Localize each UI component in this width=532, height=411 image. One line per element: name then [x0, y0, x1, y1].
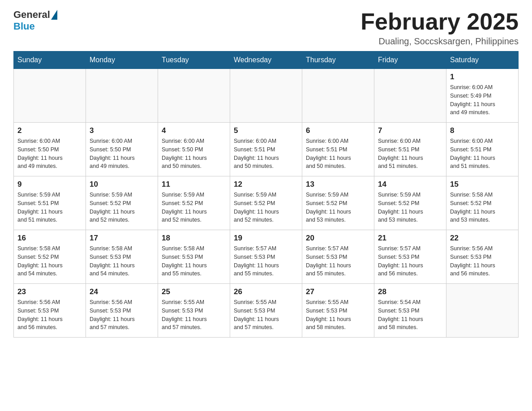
- calendar-cell: 27Sunrise: 5:55 AM Sunset: 5:53 PM Dayli…: [302, 284, 374, 338]
- day-info: Sunrise: 6:00 AM Sunset: 5:51 PM Dayligh…: [234, 137, 298, 171]
- day-number: 2: [17, 126, 82, 135]
- calendar-week-row: 9Sunrise: 5:59 AM Sunset: 5:51 PM Daylig…: [14, 176, 519, 230]
- day-number: 26: [234, 287, 298, 296]
- calendar-cell: 13Sunrise: 5:59 AM Sunset: 5:52 PM Dayli…: [302, 176, 374, 230]
- day-number: 20: [306, 234, 370, 243]
- weekday-header-thursday: Thursday: [302, 51, 374, 69]
- title-area: February 2025 Dualing, Soccsksargen, Phi…: [360, 9, 519, 47]
- weekday-header-wednesday: Wednesday: [230, 51, 302, 69]
- calendar-cell: 15Sunrise: 5:58 AM Sunset: 5:52 PM Dayli…: [446, 176, 519, 230]
- day-number: 10: [90, 180, 154, 189]
- day-number: 6: [306, 126, 370, 135]
- day-number: 27: [306, 287, 370, 296]
- day-info: Sunrise: 5:59 AM Sunset: 5:52 PM Dayligh…: [90, 191, 154, 224]
- calendar-cell: [374, 69, 446, 123]
- day-info: Sunrise: 6:00 AM Sunset: 5:51 PM Dayligh…: [378, 137, 442, 171]
- calendar-cell: 7Sunrise: 6:00 AM Sunset: 5:51 PM Daylig…: [374, 123, 446, 176]
- logo: General Blue: [13, 9, 58, 32]
- day-info: Sunrise: 5:58 AM Sunset: 5:53 PM Dayligh…: [90, 244, 154, 278]
- location-subtitle: Dualing, Soccsksargen, Philippines: [360, 36, 519, 47]
- day-info: Sunrise: 6:00 AM Sunset: 5:50 PM Dayligh…: [162, 137, 226, 171]
- logo-blue-text: Blue: [13, 21, 35, 32]
- day-number: 23: [17, 287, 82, 296]
- calendar-cell: [14, 69, 86, 123]
- day-info: Sunrise: 5:57 AM Sunset: 5:53 PM Dayligh…: [378, 244, 442, 278]
- calendar-week-row: 23Sunrise: 5:56 AM Sunset: 5:53 PM Dayli…: [14, 284, 519, 338]
- day-number: 3: [90, 126, 154, 135]
- day-number: 24: [90, 287, 154, 296]
- day-number: 13: [306, 180, 370, 189]
- day-info: Sunrise: 5:56 AM Sunset: 5:53 PM Dayligh…: [90, 298, 154, 332]
- weekday-header-monday: Monday: [86, 51, 158, 69]
- calendar-table: SundayMondayTuesdayWednesdayThursdayFrid…: [13, 51, 519, 338]
- calendar-cell: 23Sunrise: 5:56 AM Sunset: 5:53 PM Dayli…: [14, 284, 86, 338]
- calendar-cell: 22Sunrise: 5:56 AM Sunset: 5:53 PM Dayli…: [446, 230, 519, 284]
- day-number: 9: [17, 180, 82, 189]
- weekday-header-sunday: Sunday: [14, 51, 86, 69]
- calendar-cell: 11Sunrise: 5:59 AM Sunset: 5:52 PM Dayli…: [158, 176, 230, 230]
- calendar-cell: 4Sunrise: 6:00 AM Sunset: 5:50 PM Daylig…: [158, 123, 230, 176]
- calendar-cell: [302, 69, 374, 123]
- page-header: General Blue February 2025 Dualing, Socc…: [13, 9, 519, 47]
- calendar-cell: 8Sunrise: 6:00 AM Sunset: 5:51 PM Daylig…: [446, 123, 519, 176]
- logo-general-text: General: [13, 9, 50, 21]
- calendar-cell: 17Sunrise: 5:58 AM Sunset: 5:53 PM Dayli…: [86, 230, 158, 284]
- day-info: Sunrise: 6:00 AM Sunset: 5:50 PM Dayligh…: [90, 137, 154, 171]
- day-number: 22: [450, 234, 515, 243]
- day-info: Sunrise: 5:55 AM Sunset: 5:53 PM Dayligh…: [306, 298, 370, 332]
- calendar-cell: [158, 69, 230, 123]
- calendar-cell: 2Sunrise: 6:00 AM Sunset: 5:50 PM Daylig…: [14, 123, 86, 176]
- day-number: 4: [162, 126, 226, 135]
- calendar-week-row: 16Sunrise: 5:58 AM Sunset: 5:52 PM Dayli…: [14, 230, 519, 284]
- calendar-cell: 24Sunrise: 5:56 AM Sunset: 5:53 PM Dayli…: [86, 284, 158, 338]
- day-info: Sunrise: 5:58 AM Sunset: 5:53 PM Dayligh…: [162, 244, 226, 278]
- day-info: Sunrise: 5:55 AM Sunset: 5:53 PM Dayligh…: [234, 298, 298, 332]
- calendar-cell: 14Sunrise: 5:59 AM Sunset: 5:52 PM Dayli…: [374, 176, 446, 230]
- day-info: Sunrise: 5:55 AM Sunset: 5:53 PM Dayligh…: [162, 298, 226, 332]
- day-info: Sunrise: 6:00 AM Sunset: 5:51 PM Dayligh…: [450, 137, 515, 171]
- day-number: 28: [378, 287, 442, 296]
- day-info: Sunrise: 5:58 AM Sunset: 5:52 PM Dayligh…: [450, 191, 515, 224]
- day-number: 17: [90, 234, 154, 243]
- calendar-cell: 28Sunrise: 5:54 AM Sunset: 5:53 PM Dayli…: [374, 284, 446, 338]
- calendar-cell: 21Sunrise: 5:57 AM Sunset: 5:53 PM Dayli…: [374, 230, 446, 284]
- day-info: Sunrise: 5:56 AM Sunset: 5:53 PM Dayligh…: [17, 298, 82, 332]
- day-info: Sunrise: 5:59 AM Sunset: 5:52 PM Dayligh…: [234, 191, 298, 224]
- month-title: February 2025: [360, 9, 519, 34]
- day-info: Sunrise: 5:59 AM Sunset: 5:52 PM Dayligh…: [162, 191, 226, 224]
- day-number: 11: [162, 180, 226, 189]
- calendar-cell: 18Sunrise: 5:58 AM Sunset: 5:53 PM Dayli…: [158, 230, 230, 284]
- day-info: Sunrise: 6:00 AM Sunset: 5:49 PM Dayligh…: [450, 83, 515, 117]
- day-info: Sunrise: 5:59 AM Sunset: 5:52 PM Dayligh…: [306, 191, 370, 224]
- weekday-header-saturday: Saturday: [446, 51, 519, 69]
- calendar-cell: [86, 69, 158, 123]
- calendar-cell: 20Sunrise: 5:57 AM Sunset: 5:53 PM Dayli…: [302, 230, 374, 284]
- day-info: Sunrise: 5:57 AM Sunset: 5:53 PM Dayligh…: [306, 244, 370, 278]
- day-info: Sunrise: 5:57 AM Sunset: 5:53 PM Dayligh…: [234, 244, 298, 278]
- day-info: Sunrise: 6:00 AM Sunset: 5:50 PM Dayligh…: [17, 137, 82, 171]
- day-info: Sunrise: 5:59 AM Sunset: 5:51 PM Dayligh…: [17, 191, 82, 224]
- day-number: 8: [450, 126, 515, 135]
- calendar-cell: 26Sunrise: 5:55 AM Sunset: 5:53 PM Dayli…: [230, 284, 302, 338]
- day-number: 14: [378, 180, 442, 189]
- weekday-header-row: SundayMondayTuesdayWednesdayThursdayFrid…: [14, 51, 519, 69]
- calendar-week-row: 2Sunrise: 6:00 AM Sunset: 5:50 PM Daylig…: [14, 123, 519, 176]
- weekday-header-tuesday: Tuesday: [158, 51, 230, 69]
- day-number: 25: [162, 287, 226, 296]
- logo-triangle-icon: [51, 10, 57, 20]
- calendar-cell: 1Sunrise: 6:00 AM Sunset: 5:49 PM Daylig…: [446, 69, 519, 123]
- day-info: Sunrise: 5:58 AM Sunset: 5:52 PM Dayligh…: [17, 244, 82, 278]
- calendar-cell: 6Sunrise: 6:00 AM Sunset: 5:51 PM Daylig…: [302, 123, 374, 176]
- day-number: 21: [378, 234, 442, 243]
- day-number: 16: [17, 234, 82, 243]
- day-info: Sunrise: 5:59 AM Sunset: 5:52 PM Dayligh…: [378, 191, 442, 224]
- calendar-cell: [230, 69, 302, 123]
- day-info: Sunrise: 5:54 AM Sunset: 5:53 PM Dayligh…: [378, 298, 442, 332]
- day-number: 7: [378, 126, 442, 135]
- calendar-cell: 16Sunrise: 5:58 AM Sunset: 5:52 PM Dayli…: [14, 230, 86, 284]
- calendar-cell: 10Sunrise: 5:59 AM Sunset: 5:52 PM Dayli…: [86, 176, 158, 230]
- calendar-cell: 25Sunrise: 5:55 AM Sunset: 5:53 PM Dayli…: [158, 284, 230, 338]
- day-number: 15: [450, 180, 515, 189]
- day-info: Sunrise: 6:00 AM Sunset: 5:51 PM Dayligh…: [306, 137, 370, 171]
- weekday-header-friday: Friday: [374, 51, 446, 69]
